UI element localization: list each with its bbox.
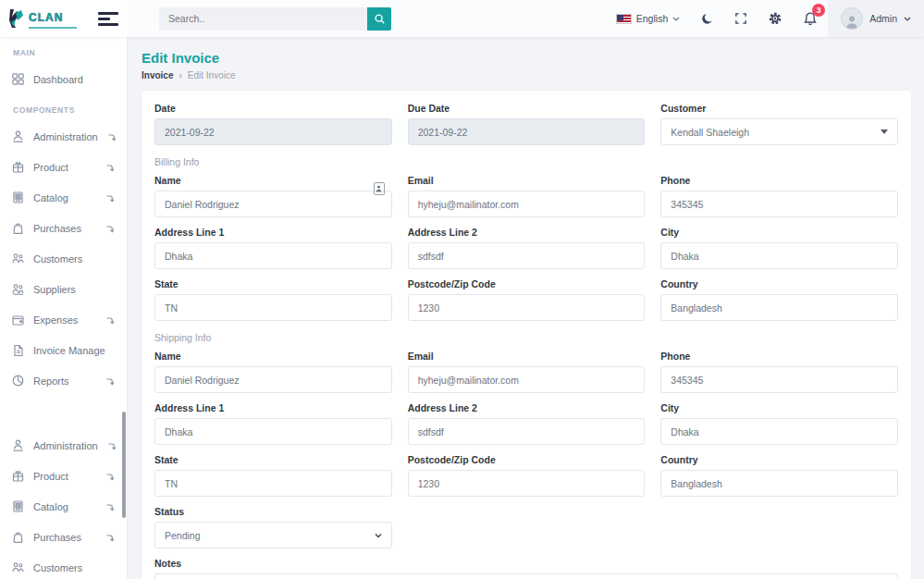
sidebar-item-label: Reports [33, 376, 69, 387]
billing-address2-input[interactable] [408, 242, 646, 269]
notifications-button[interactable]: 3 [793, 0, 828, 37]
customer-field: Customer Kendall Shaeleigh [660, 103, 898, 145]
sidebar-item-customers[interactable]: Customers [0, 243, 127, 274]
search-input[interactable] [159, 7, 367, 31]
menu-toggle-button[interactable] [98, 9, 118, 29]
billing-city-label: City [660, 227, 898, 238]
user-label: Admin [869, 13, 897, 24]
status-label: Status [154, 506, 392, 517]
billing-state-input[interactable] [154, 294, 392, 321]
sidebar-group-main: MAIN [0, 37, 127, 64]
customer-label: Customer [660, 103, 898, 114]
status-select[interactable]: Pending [154, 522, 392, 548]
sidebar-item-administration[interactable]: Administration [0, 430, 127, 461]
us-flag-icon [616, 14, 632, 24]
user-menu[interactable]: Admin [828, 0, 924, 37]
sidebar-item-catalog[interactable]: Catalog [0, 491, 127, 522]
contact-autofill-icon[interactable] [374, 182, 385, 195]
sidebar-scrollbar[interactable] [122, 412, 126, 518]
shipping-email-input[interactable] [408, 366, 646, 393]
sidebar-item-label: Customers [33, 253, 82, 265]
settings-button[interactable] [758, 0, 793, 37]
submenu-arrow-icon [106, 440, 117, 451]
due-date-label: Due Date [408, 103, 646, 114]
billing-state-label: State [154, 278, 392, 290]
notes-textarea[interactable] [154, 573, 898, 579]
date-input[interactable] [154, 118, 392, 145]
language-label: English [636, 13, 668, 24]
billing-phone-input[interactable] [660, 191, 898, 217]
product-icon [11, 469, 25, 483]
shipping-name-input[interactable] [154, 366, 392, 393]
due-date-input[interactable] [408, 118, 646, 145]
notification-badge: 3 [812, 4, 825, 17]
submenu-arrow-icon [105, 501, 116, 512]
search-button[interactable] [367, 7, 391, 31]
shipping-country-input[interactable] [660, 470, 898, 497]
billing-country-label: Country [660, 278, 898, 290]
sidebar-item-label: Customers [33, 562, 82, 573]
shipping-city-input[interactable] [660, 418, 898, 445]
billing-email-input[interactable] [408, 191, 646, 217]
billing-country-field: Country [660, 278, 898, 321]
sidebar-item-suppliers[interactable]: Suppliers [0, 274, 127, 304]
sidebar-item-purchases[interactable]: Purchases [0, 213, 127, 243]
sidebar-item-customers[interactable]: Customers [0, 552, 127, 579]
breadcrumb-current: Edit Invoice [188, 70, 236, 80]
breadcrumb-invoice-link[interactable]: Invoice [142, 70, 173, 80]
sidebar-item-product[interactable]: Product [0, 461, 127, 491]
catalog-icon [11, 499, 25, 513]
chevron-down-icon [904, 17, 911, 21]
expenses-icon [11, 313, 25, 326]
sidebar-item-dashboard[interactable]: Dashboard [0, 64, 127, 94]
sidebar-item-expenses[interactable]: Expenses [0, 304, 127, 335]
billing-phone-label: Phone [660, 175, 898, 186]
customer-select[interactable]: Kendall Shaeleigh [660, 118, 898, 145]
billing-address1-label: Address Line 1 [154, 227, 392, 238]
shipping-address2-input[interactable] [408, 418, 646, 445]
dark-mode-toggle[interactable] [690, 0, 724, 37]
sidebar-item-catalog[interactable]: Catalog [0, 182, 127, 213]
purchases-icon [11, 530, 25, 544]
sidebar-item-product[interactable]: Product [0, 152, 127, 182]
billing-country-input[interactable] [660, 294, 898, 321]
gear-icon [768, 11, 782, 26]
sidebar-item-label: Catalog [33, 192, 68, 203]
shipping-postcode-label: Postcode/Zip Code [408, 454, 646, 465]
submenu-arrow-icon [105, 376, 116, 387]
shipping-address2-label: Address Line 2 [408, 402, 646, 413]
shipping-name-label: Name [154, 351, 392, 362]
app-logo[interactable]: CLAN [7, 7, 77, 30]
billing-name-input[interactable] [154, 191, 392, 217]
logo-tagline-bar [29, 27, 77, 29]
shipping-address1-input[interactable] [154, 418, 392, 445]
billing-city-input[interactable] [660, 242, 898, 269]
sidebar-item-label: Invoice Manage [33, 345, 105, 356]
shipping-state-field: State [154, 454, 392, 497]
dashboard-icon [11, 72, 25, 86]
notes-field: Notes [154, 558, 898, 579]
billing-name-label: Name [154, 175, 392, 186]
billing-postcode-input[interactable] [408, 294, 646, 321]
sidebar-item-invoice-manage[interactable]: Invoice Manage [0, 335, 127, 365]
billing-postcode-label: Postcode/Zip Code [408, 278, 646, 290]
logo-icon [7, 7, 26, 30]
billing-address1-input[interactable] [154, 242, 392, 269]
status-field: Status Pending [154, 506, 392, 548]
fullscreen-toggle[interactable] [724, 0, 758, 37]
shipping-address2-field: Address Line 2 [408, 402, 646, 445]
sidebar-item-reports[interactable]: Reports [0, 365, 127, 396]
suppliers-icon [11, 282, 25, 296]
purchases-icon [11, 221, 25, 235]
shipping-state-input[interactable] [154, 470, 392, 497]
sidebar-item-administration[interactable]: Administration [0, 121, 127, 152]
shipping-info-heading: Shipping Info [154, 332, 898, 343]
sidebar-item-purchases[interactable]: Purchases [0, 522, 127, 552]
sidebar-item-label: Purchases [33, 223, 81, 234]
language-selector[interactable]: English [606, 0, 690, 37]
shipping-postcode-input[interactable] [408, 470, 646, 497]
sidebar: MAIN Dashboard COMPONENTS Administration [0, 37, 128, 579]
shipping-phone-input[interactable] [660, 366, 898, 393]
billing-phone-field: Phone [660, 175, 898, 217]
page-title: Edit Invoice [142, 50, 911, 66]
